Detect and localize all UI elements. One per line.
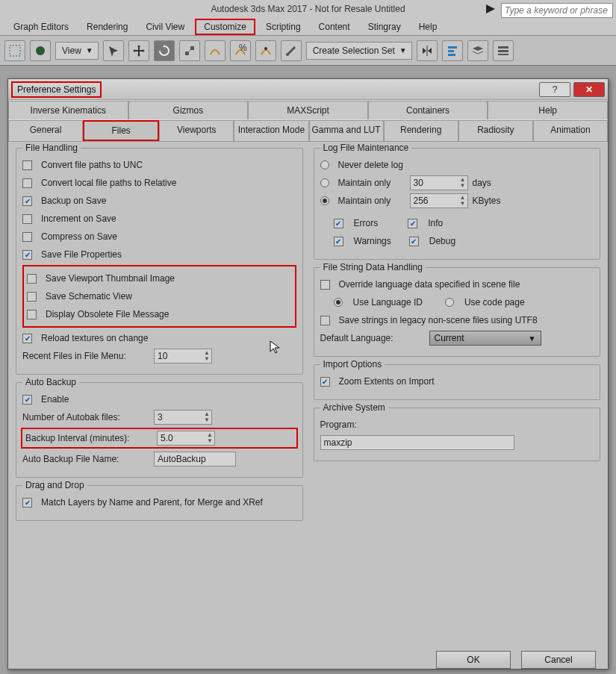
ck-autobackup-enable[interactable] xyxy=(22,395,32,405)
move-icon[interactable] xyxy=(128,40,149,61)
ck-warnings[interactable] xyxy=(334,237,343,246)
menu-stingray[interactable]: Stingray xyxy=(361,20,408,34)
lbl-days-unit: days xyxy=(473,178,491,188)
ck-convert-relative[interactable] xyxy=(22,178,32,188)
tab-rendering[interactable]: Rendering xyxy=(384,120,458,141)
file-string-legend: File String Data Handling xyxy=(320,262,426,272)
svg-rect-3 xyxy=(190,46,194,50)
tab-gizmos[interactable]: Gizmos xyxy=(128,101,249,119)
lbl-program: Program: xyxy=(320,419,357,430)
lbl-backup-save: Backup on Save xyxy=(41,196,296,206)
ck-zoom-extents[interactable] xyxy=(320,377,330,387)
ck-info[interactable] xyxy=(408,219,417,228)
align-icon[interactable] xyxy=(442,40,463,61)
dialog-close-button[interactable]: ✕ xyxy=(573,82,605,97)
lbl-save-props: Save File Properties xyxy=(41,249,296,260)
ck-convert-unc[interactable] xyxy=(22,160,32,170)
svg-rect-0 xyxy=(10,46,20,56)
auto-backup-group: Auto Backup Enable Number of Autobak fil… xyxy=(16,382,303,478)
lbl-maintain-days: Maintain only xyxy=(338,178,405,188)
ck-reload-textures[interactable] xyxy=(22,334,32,343)
mirror-icon[interactable] xyxy=(417,40,438,61)
archive-program-input[interactable]: maxzip xyxy=(320,435,514,450)
autobackup-name-input[interactable]: AutoBackup xyxy=(154,452,236,467)
lbl-save-schematic: Save Schematic View xyxy=(46,291,292,302)
snap-percent-icon[interactable]: % xyxy=(230,40,251,61)
menu-content[interactable]: Content xyxy=(311,20,358,34)
cancel-button[interactable]: Cancel xyxy=(521,651,596,669)
tab-inverse-kinematics[interactable]: Inverse Kinematics xyxy=(8,101,128,119)
tab-viewports[interactable]: Viewports xyxy=(159,120,234,141)
menu-customize[interactable]: Customize xyxy=(195,19,255,35)
rd-maintain-days[interactable] xyxy=(320,178,329,187)
selection-set-dropdown[interactable]: Create Selection Set▼ xyxy=(306,42,412,60)
history-arrow-icon[interactable] xyxy=(485,0,497,18)
tab-radiosity[interactable]: Radiosity xyxy=(458,120,533,141)
rd-code-page[interactable] xyxy=(445,298,454,307)
rotate-icon[interactable] xyxy=(154,40,175,61)
log-maintenance-group: Log File Maintenance Never delete log Ma… xyxy=(314,148,601,260)
tab-maxscript[interactable]: MAXScript xyxy=(248,101,368,119)
file-handling-group: File Handling Convert file paths to UNC … xyxy=(16,148,303,375)
default-lang-dropdown[interactable]: Current▼ xyxy=(429,331,541,346)
rd-lang-id[interactable] xyxy=(334,298,343,307)
manipulate-icon[interactable] xyxy=(281,40,302,61)
menu-graph-editors[interactable]: Graph Editors xyxy=(6,20,76,34)
ck-utf8[interactable] xyxy=(320,316,330,325)
menu-scripting[interactable]: Scripting xyxy=(258,20,308,34)
autobackup-name-value: AutoBackup xyxy=(158,454,206,464)
tab-files[interactable]: Files xyxy=(83,120,159,141)
keyword-search[interactable] xyxy=(501,1,613,19)
ck-save-schematic[interactable] xyxy=(27,292,37,302)
ck-compress-save[interactable] xyxy=(22,232,32,242)
lasso-icon[interactable] xyxy=(30,40,51,61)
tab-help[interactable]: Help xyxy=(488,101,608,119)
lbl-autobackup-name: Auto Backup File Name: xyxy=(22,454,149,464)
ck-match-layers[interactable] xyxy=(22,498,32,508)
svg-rect-12 xyxy=(498,50,508,52)
lbl-save-thumbnail: Save Viewport Thumbnail Image xyxy=(46,273,292,284)
file-string-group: File String Data Handling Override langu… xyxy=(314,267,601,357)
maintain-kb-spinner[interactable]: 256▲▼ xyxy=(410,193,468,208)
tab-general[interactable]: General xyxy=(8,120,83,141)
svg-rect-11 xyxy=(498,46,508,49)
rd-never-delete[interactable] xyxy=(320,160,329,169)
snap-angle-icon[interactable] xyxy=(205,40,225,61)
ck-save-thumbnail[interactable] xyxy=(27,274,37,284)
ck-debug[interactable] xyxy=(409,237,419,246)
search-input[interactable] xyxy=(501,3,613,18)
ck-obsolete-msg[interactable] xyxy=(27,310,37,319)
tab-gamma-lut[interactable]: Gamma and LUT xyxy=(309,120,384,141)
tab-animation[interactable]: Animation xyxy=(533,120,608,141)
selection-region-icon[interactable] xyxy=(4,40,25,61)
schematic-icon[interactable] xyxy=(493,40,514,61)
archive-system-group: Archive System Program: maxzip xyxy=(314,408,601,461)
layer-icon[interactable] xyxy=(467,40,488,61)
svg-rect-10 xyxy=(448,54,455,56)
menu-civil-view[interactable]: Civil View xyxy=(138,20,192,34)
ck-backup-save[interactable] xyxy=(22,196,32,206)
lbl-match-layers: Match Layers by Name and Parent, for Mer… xyxy=(41,497,296,508)
recent-files-spinner[interactable]: 10▲▼ xyxy=(154,349,212,363)
ok-button[interactable]: OK xyxy=(436,651,511,669)
ck-increment-save[interactable] xyxy=(22,214,32,224)
select-icon[interactable] xyxy=(103,40,124,61)
svg-rect-2 xyxy=(185,52,189,55)
ck-save-props[interactable] xyxy=(22,250,32,260)
import-options-group: Import Options Zoom Extents on Import xyxy=(314,364,601,400)
autobak-num-spinner[interactable]: 3▲▼ xyxy=(154,410,212,425)
maintain-days-spinner[interactable]: 30▲▼ xyxy=(410,175,468,190)
tab-interaction-mode[interactable]: Interaction Mode xyxy=(234,120,308,141)
dialog-help-button[interactable]: ? xyxy=(539,82,570,97)
scale-icon[interactable] xyxy=(179,40,200,61)
menu-rendering[interactable]: Rendering xyxy=(79,20,135,34)
ck-override-lang[interactable] xyxy=(320,280,330,290)
view-dropdown[interactable]: View▼ xyxy=(55,42,99,60)
backup-interval-spinner[interactable]: 5.0▲▼ xyxy=(157,431,215,446)
tab-containers[interactable]: Containers xyxy=(368,101,488,119)
view-dropdown-label: View xyxy=(62,46,81,56)
ck-errors[interactable] xyxy=(334,219,343,228)
rd-maintain-kb[interactable] xyxy=(320,196,329,205)
snap-toggle-icon[interactable] xyxy=(255,40,276,61)
menu-help[interactable]: Help xyxy=(411,20,445,34)
